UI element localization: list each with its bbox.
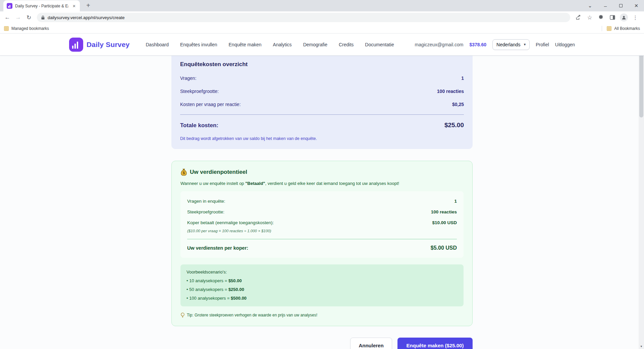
language-select[interactable]: Nederlands ▾ [492, 39, 530, 50]
side-panel-icon [610, 15, 615, 20]
svg-text:$: $ [183, 171, 185, 175]
earnings-per-buyer-label: Uw verdiensten per koper: [187, 245, 248, 251]
site-favicon-icon [7, 3, 12, 9]
nav-credits[interactable]: Credits [339, 42, 354, 47]
cost-note: Dit bedrag wordt afgetrokken van uw sald… [180, 136, 464, 141]
toolbar-icons: ☆ ⋮ [574, 13, 641, 22]
earning-row-sample-size: Steekproefgrootte: 100 reacties [187, 209, 457, 214]
managed-bookmarks[interactable]: Managed bookmarks [4, 26, 49, 31]
tab-search-icon[interactable]: ⌄ [582, 0, 598, 11]
earning-card-title: Uw verdienpotentieel [190, 169, 247, 176]
menu-button[interactable]: ⋮ [631, 13, 640, 22]
side-panel-button[interactable] [608, 13, 617, 22]
profile-avatar-button[interactable] [619, 13, 629, 22]
cost-row-label: Kosten per vraag per reactie: [180, 102, 241, 107]
scenario-value: $50.00 [228, 278, 242, 283]
earnings-per-buyer-row: Uw verdiensten per koper: $5.00 USD [187, 245, 457, 251]
bookmark-star-button[interactable]: ☆ [585, 13, 594, 22]
reload-button[interactable]: ↻ [24, 13, 34, 22]
nav-demographics[interactable]: Demografie [303, 42, 327, 47]
scenario-value: $500.00 [231, 296, 247, 301]
total-cost-row: Totale kosten: $25.00 [180, 121, 464, 129]
scenario-item: • 50 analysekopers = $250.00 [186, 287, 458, 292]
scenario-item: • 100 analysekopers = $500.00 [186, 296, 458, 301]
nav-surveys-fill[interactable]: Enquêtes invullen [180, 42, 217, 47]
logout-link[interactable]: Uitloggen [555, 42, 575, 47]
cost-row-label: Steekproefgrootte: [180, 89, 219, 94]
browser-toolbar: ← → ↻ dailysurvey.vercel.app/nl/surveys/… [0, 11, 644, 23]
language-selected-value: Nederlands [496, 42, 521, 47]
cost-row-sample-size: Steekproefgrootte: 100 reacties [180, 89, 464, 94]
nav-dashboard[interactable]: Dashboard [146, 42, 169, 47]
close-button[interactable]: × [629, 0, 644, 11]
example-scenarios-box: Voorbeeldscenario's: • 10 analysekopers … [180, 264, 464, 306]
person-icon [622, 15, 626, 20]
user-email: magiczeux@gmail.com [415, 42, 463, 47]
earning-row-value: 1 [454, 199, 457, 204]
earning-row-buyer-pays: Koper betaalt (eenmalige toegangskosten)… [187, 220, 457, 225]
site-header: Daily Survey Dashboard Enquêtes invullen… [0, 34, 644, 56]
earning-row-value: 100 reacties [431, 209, 457, 214]
tip-text: Tip: Grotere steekproeven verhogen de wa… [187, 313, 317, 317]
earning-potential-card: $ Uw verdienpotentieel Wanneer u uw enqu… [171, 161, 473, 326]
chevron-down-icon: ▾ [524, 42, 526, 47]
scenario-text: • 50 analysekopers = [186, 287, 228, 292]
managed-bookmarks-label: Managed bookmarks [11, 26, 49, 31]
share-icon [576, 15, 581, 20]
total-cost-value: $25.00 [444, 121, 464, 129]
url-text: dailysurvey.vercel.app/nl/surveys/create [48, 15, 125, 20]
cost-row-questions: Vragen: 1 [180, 76, 464, 81]
bookmarks-bar: Managed bookmarks All Bookmarks [0, 23, 644, 34]
tip-row: Tip: Grotere steekproeven verhogen de wa… [180, 312, 464, 318]
scenario-value: $250.00 [228, 287, 244, 292]
scenario-text: • 100 analysekopers = [186, 296, 231, 301]
window-controls: ⌄ – × [582, 0, 644, 11]
price-formula: ($10.00 per vraag = 100 reacties ÷ 1.000… [187, 229, 457, 233]
all-bookmarks-label: All Bookmarks [614, 26, 640, 31]
brand-logo[interactable]: Daily Survey [69, 38, 129, 52]
tab-title: Daily Survey - Participate & Earn [15, 4, 68, 8]
earning-row-label: Koper betaalt (eenmalige toegangskosten)… [187, 220, 274, 225]
forward-button[interactable]: → [13, 13, 23, 22]
earning-intro-prefix: Wanneer u uw enquête instelt op [180, 181, 245, 186]
cost-row-cost-per-question: Kosten per vraag per reactie: $0,25 [180, 102, 464, 107]
earning-details-box: Vragen in enquête: 1 Steekproefgrootte: … [180, 191, 464, 258]
scroll-down-arrow[interactable]: ▼ [639, 344, 644, 349]
total-cost-label: Totale kosten: [180, 122, 218, 129]
earning-card-title-row: $ Uw verdienpotentieel [180, 168, 464, 176]
managed-bookmarks-folder-icon [4, 26, 9, 31]
nav-survey-create[interactable]: Enquête maken [229, 42, 262, 47]
tab-close-icon[interactable]: × [71, 3, 77, 9]
share-button[interactable] [574, 13, 583, 22]
money-bag-icon: $ [180, 168, 187, 176]
balance-amount[interactable]: $378.60 [469, 42, 486, 47]
new-tab-button[interactable]: + [84, 1, 93, 10]
restore-button[interactable] [613, 0, 629, 11]
restore-icon [619, 4, 623, 7]
create-survey-button[interactable]: Enquête maken ($25.00) [397, 338, 473, 349]
cost-row-value: 1 [461, 76, 464, 81]
address-bar[interactable]: dailysurvey.vercel.app/nl/surveys/create [37, 13, 570, 22]
earning-row-questions: Vragen in enquête: 1 [187, 199, 457, 204]
brand-name: Daily Survey [87, 41, 129, 49]
earnings-per-buyer-value: $5.00 USD [431, 245, 457, 251]
puzzle-icon [598, 15, 604, 20]
page-scrollbar[interactable]: ▲ ▼ [639, 34, 644, 349]
bookmarks-separator [602, 26, 602, 31]
minimize-button[interactable]: – [598, 0, 613, 11]
nav-analytics[interactable]: Analytics [273, 42, 292, 47]
survey-cost-card: Enquêtekosten overzicht Vragen: 1 Steekp… [171, 56, 473, 149]
earning-intro: Wanneer u uw enquête instelt op "Betaald… [180, 181, 464, 186]
extensions-button[interactable] [596, 13, 606, 22]
divider [180, 114, 464, 115]
browser-tab[interactable]: Daily Survey - Participate & Earn × [3, 0, 80, 11]
page-content: Enquêtekosten overzicht Vragen: 1 Steekp… [0, 56, 644, 349]
nav-documentation[interactable]: Documentatie [365, 42, 394, 47]
all-bookmarks[interactable]: All Bookmarks [602, 26, 640, 31]
lock-icon [41, 15, 45, 20]
profile-link[interactable]: Profiel [536, 42, 549, 47]
back-button[interactable]: ← [3, 13, 12, 22]
main-nav: Dashboard Enquêtes invullen Enquête make… [146, 42, 394, 47]
divider [187, 239, 457, 239]
cancel-button[interactable]: Annuleren [350, 338, 392, 349]
